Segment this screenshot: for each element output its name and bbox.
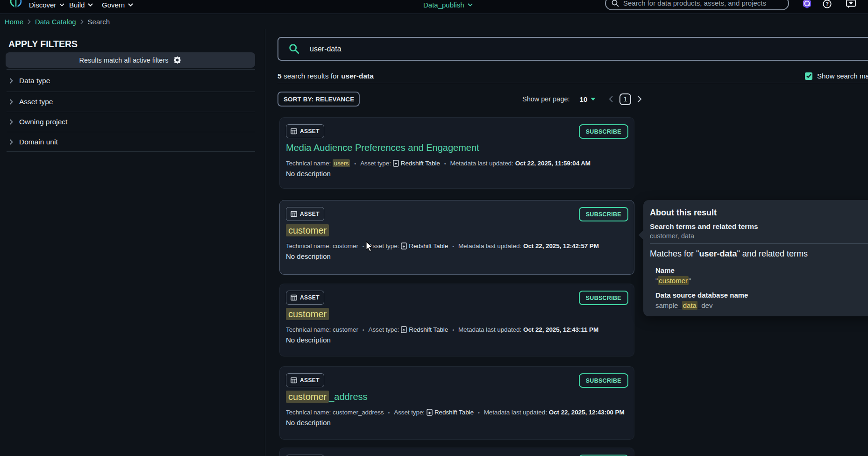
text-part: sample_ xyxy=(655,301,682,309)
updated-value: Oct 22, 2025, 11:59:04 AM xyxy=(515,160,591,167)
result-title-link[interactable]: customer xyxy=(286,225,329,236)
breadcrumb-home[interactable]: Home xyxy=(5,18,23,26)
result-meta: Technical name: users • Asset type: Reds… xyxy=(286,160,591,167)
asset-badge-label: ASSET xyxy=(300,211,320,217)
meta-separator: • xyxy=(452,327,454,333)
matches-text: Matches for " xyxy=(650,249,699,258)
meta-separator: • xyxy=(363,327,364,333)
subscribe-button[interactable]: SUBSCRIBE xyxy=(579,291,628,305)
results-divider xyxy=(277,83,868,83)
caret-down-icon xyxy=(591,98,596,101)
chevron-right-icon xyxy=(9,119,13,125)
asset-type-label: Asset type: xyxy=(360,160,391,167)
filter-section-domain-unit[interactable]: Domain unit xyxy=(7,132,255,152)
search-result-card[interactable]: ASSET SUBSCRIBE customer Technical name:… xyxy=(279,284,634,356)
previous-page-icon[interactable] xyxy=(609,96,613,102)
next-page-icon[interactable] xyxy=(638,96,642,102)
nav-menu-build[interactable]: Build xyxy=(69,0,93,9)
nav-menu-discover[interactable]: Discover xyxy=(29,0,64,9)
datazone-logo-icon[interactable] xyxy=(8,0,24,9)
asset-type-badge: ASSET xyxy=(286,291,324,305)
nav-menu-govern-label: Govern xyxy=(102,1,125,9)
search-result-card[interactable]: ASSET SUBSCRIBE Media Audience Preferenc… xyxy=(279,117,634,189)
search-results-list: ASSET SUBSCRIBE Media Audience Preferenc… xyxy=(279,117,634,456)
filter-section-label: Asset type xyxy=(19,98,53,106)
technical-name-label: Technical name: xyxy=(286,242,331,249)
nav-menu-build-label: Build xyxy=(69,1,85,9)
result-title-link[interactable]: customer_address xyxy=(286,392,368,402)
chevron-down-icon xyxy=(468,3,473,7)
catalog-search-input[interactable]: user-data xyxy=(277,37,868,61)
filter-mode-label: Results match all active filters xyxy=(79,57,169,64)
filter-section-owning-project[interactable]: Owning project xyxy=(7,112,255,132)
filters-sidebar: APPLY FILTERS Results match all active f… xyxy=(0,29,265,456)
nav-menu-discover-label: Discover xyxy=(29,1,56,9)
result-title-link[interactable]: customer xyxy=(286,309,329,320)
search-icon xyxy=(289,43,299,54)
results-count-number: 5 xyxy=(277,72,282,80)
technical-name-value: customer xyxy=(333,242,358,249)
highlighted-match: customer xyxy=(658,276,689,285)
breadcrumb-data-catalog[interactable]: Data Catalog xyxy=(35,18,76,26)
updated-label: Metadata last updated: xyxy=(484,409,547,416)
asset-table-icon xyxy=(291,294,297,301)
result-description: No description xyxy=(286,170,331,178)
global-search-input[interactable]: Search for data products, assets, and pr… xyxy=(605,0,789,10)
checkbox-checked-icon[interactable] xyxy=(805,72,812,80)
results-count: 5 search results for user-data xyxy=(277,72,374,80)
show-per-page-label: Show per page: xyxy=(522,95,570,103)
search-result-card[interactable]: ASSET SUBSCRIBE customer_address Technic… xyxy=(279,366,634,440)
asset-badge-label: ASSET xyxy=(300,128,320,135)
asset-table-icon xyxy=(291,128,297,135)
match-field-label: Data source database name xyxy=(655,291,748,299)
technical-name-label: Technical name: xyxy=(286,409,331,416)
matches-term: user-data xyxy=(699,249,737,258)
amazon-q-icon[interactable] xyxy=(802,0,812,9)
help-icon[interactable]: ? xyxy=(823,0,832,8)
chevron-down-icon xyxy=(59,3,64,7)
sort-by-select[interactable]: SORT BY: RELEVANCE xyxy=(277,92,360,107)
filter-section-label: Data type xyxy=(19,77,50,85)
matches-text: " and related terms xyxy=(737,249,807,258)
filter-section-asset-type[interactable]: Asset type xyxy=(7,92,255,112)
search-result-card[interactable]: ASSET SUBSCRIBE customer Technical name:… xyxy=(279,200,634,275)
breadcrumb: Home Data Catalog Search xyxy=(0,14,868,29)
text-part: customer xyxy=(333,242,358,249)
show-search-matches-toggle[interactable]: Show search matches xyxy=(805,72,868,80)
highlighted-match: users xyxy=(333,159,350,167)
sort-by-label: SORT BY: RELEVANCE xyxy=(284,96,354,103)
breadcrumb-separator-icon xyxy=(28,19,31,24)
show-search-matches-label: Show search matches xyxy=(817,72,868,80)
filter-section-label: Owning project xyxy=(19,118,67,126)
subscribe-button[interactable]: SUBSCRIBE xyxy=(579,207,628,221)
project-selector[interactable]: Data_publish xyxy=(423,0,473,9)
results-count-term: user-data xyxy=(341,72,374,80)
feedback-icon[interactable] xyxy=(846,0,856,8)
chevron-right-icon xyxy=(9,99,13,105)
chevron-right-icon xyxy=(9,139,13,145)
filter-mode-toggle[interactable]: Results match all active filters xyxy=(6,52,255,68)
current-page-button[interactable]: 1 xyxy=(619,93,631,105)
subscribe-button[interactable]: SUBSCRIBE xyxy=(579,124,628,139)
highlighted-match: customer xyxy=(286,391,329,403)
matches-heading: Matches for "user-data" and related term… xyxy=(650,249,808,259)
page-size-select[interactable]: 10 xyxy=(580,95,596,103)
svg-text:?: ? xyxy=(825,1,829,7)
highlighted-match: data xyxy=(682,301,697,310)
mouse-cursor xyxy=(365,241,375,252)
search-result-card[interactable]: ASSET SUBSCRIBE xyxy=(279,448,634,456)
asset-badge-label: ASSET xyxy=(300,294,320,301)
filters-title: APPLY FILTERS xyxy=(8,39,78,50)
filter-section-data-type[interactable]: Data type xyxy=(7,69,255,92)
nav-menu-govern[interactable]: Govern xyxy=(102,0,133,9)
match-field-value: sample_data_dev xyxy=(655,301,712,309)
page-size-value: 10 xyxy=(580,95,588,103)
asset-type-label: Asset type: xyxy=(394,409,425,416)
global-search-placeholder: Search for data products, assets, and pr… xyxy=(623,0,766,7)
result-title-link[interactable]: Media Audience Preferences and Engagemen… xyxy=(286,142,479,153)
meta-separator: • xyxy=(354,161,356,166)
asset-type-badge: ASSET xyxy=(286,124,324,138)
search-terms-value: customer, data xyxy=(650,232,694,240)
gear-icon[interactable] xyxy=(173,56,181,64)
subscribe-button[interactable]: SUBSCRIBE xyxy=(579,373,628,388)
